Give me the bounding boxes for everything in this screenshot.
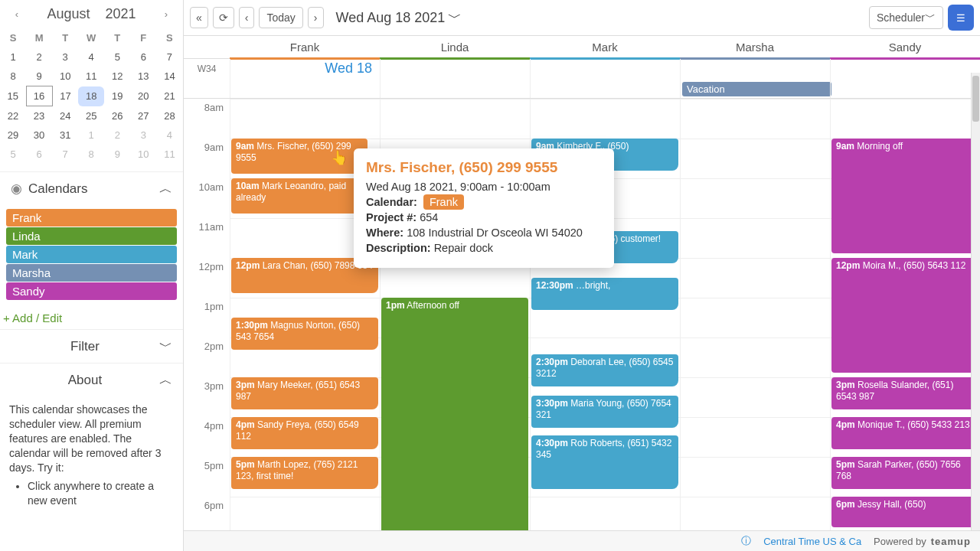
mini-day[interactable]: 3 [52, 47, 78, 67]
mini-dow: F [130, 28, 156, 47]
column-header[interactable]: Linda [380, 36, 530, 58]
event[interactable]: 6pm Jessy Hall, (650) [831, 497, 978, 527]
calendar-item[interactable]: Marsha [6, 264, 177, 282]
event[interactable]: 9am Morning off [831, 139, 978, 253]
timezone-link[interactable]: Central Time US & Ca [763, 536, 861, 547]
mini-day[interactable]: 7 [52, 145, 78, 164]
info-icon[interactable]: ⓘ [741, 534, 751, 548]
mini-day[interactable]: 12 [104, 67, 130, 86]
mini-day[interactable]: 18 [78, 86, 104, 106]
scroll-thumb[interactable] [972, 76, 979, 122]
brand-logo[interactable]: teamup [931, 536, 971, 547]
mini-day[interactable]: 10 [52, 67, 78, 86]
next-day-button[interactable]: › [308, 7, 324, 28]
mini-day[interactable]: 27 [130, 106, 156, 126]
mini-day[interactable]: 15 [0, 86, 26, 106]
view-label: Scheduler [877, 11, 925, 24]
rewind-button[interactable]: « [190, 7, 208, 28]
popover-cal-tag[interactable]: Frank [423, 194, 464, 210]
mini-day[interactable]: 29 [0, 126, 26, 145]
view-selector[interactable]: Scheduler ﹀ [869, 6, 943, 29]
mini-day[interactable]: 22 [0, 106, 26, 126]
menu-button[interactable]: ☰ [948, 5, 974, 31]
column-header[interactable]: Frank [230, 36, 380, 58]
mini-day[interactable]: 28 [156, 106, 182, 126]
mini-day[interactable]: 4 [78, 47, 104, 67]
mini-calendar[interactable]: SMTWTFS 12345678910111213141516171819202… [0, 28, 183, 164]
mini-day[interactable]: 9 [26, 67, 52, 86]
mini-day[interactable]: 7 [156, 47, 182, 67]
mini-day[interactable]: 14 [156, 67, 182, 86]
mini-day[interactable]: 11 [156, 145, 182, 164]
mini-day[interactable]: 19 [104, 86, 130, 106]
vertical-scrollbar[interactable] [971, 73, 980, 534]
mini-prev-month[interactable]: ‹ [9, 7, 24, 22]
mini-day[interactable]: 8 [0, 67, 26, 86]
mini-day[interactable]: 8 [78, 145, 104, 164]
event[interactable]: 9am Mrs. Fischer, (650) 299 9555 [231, 139, 368, 174]
column-header[interactable]: Sandy [830, 36, 980, 58]
mini-day[interactable]: 6 [130, 47, 156, 67]
mini-day[interactable]: 24 [52, 106, 78, 126]
calendar-item[interactable]: Sandy [6, 282, 177, 300]
mini-year: 2021 [106, 6, 136, 21]
mini-dow: T [52, 28, 78, 47]
event[interactable]: 2:30pm Deborah Lee, (650) 6545 3212 [531, 354, 678, 386]
column-header[interactable]: Mark [530, 36, 680, 58]
mini-next-month[interactable]: › [158, 7, 174, 22]
mini-day[interactable]: 2 [104, 126, 130, 145]
mini-day[interactable]: 20 [130, 86, 156, 106]
about-label: About [11, 373, 159, 388]
mini-day[interactable]: 4 [156, 126, 182, 145]
grid-body[interactable]: 8am9am10am11am12pm1pm2pm3pm4pm5pm6pm 9am… [184, 99, 980, 551]
mini-day[interactable]: 10 [130, 145, 156, 164]
mini-day[interactable]: 1 [0, 47, 26, 67]
mini-day[interactable]: 1 [78, 126, 104, 145]
mini-day[interactable]: 30 [26, 126, 52, 145]
mini-day[interactable]: 5 [104, 47, 130, 67]
mini-day[interactable]: 3 [130, 126, 156, 145]
popover-cal-label: Calendar: [366, 196, 417, 208]
about-section-head[interactable]: About ︿ [0, 363, 183, 396]
mini-day[interactable]: 21 [156, 86, 182, 106]
prev-day-button[interactable]: ‹ [239, 7, 255, 28]
today-button[interactable]: Today [259, 7, 302, 28]
event[interactable]: 3pm Mary Meeker, (651) 6543 987 [231, 377, 378, 409]
popover-when: Wed Aug 18 2021, 9:00am - 10:00am [366, 181, 602, 193]
mini-day[interactable]: 16 [26, 86, 52, 106]
add-edit-calendars[interactable]: + Add / Edit [0, 307, 183, 329]
event[interactable]: 1pm Afternoon off [381, 298, 528, 536]
event[interactable]: 4pm Sandy Freya, (650) 6549 112 [231, 417, 378, 449]
mini-day[interactable]: 23 [26, 106, 52, 126]
mini-day[interactable]: 9 [104, 145, 130, 164]
calendar-item[interactable]: Frank [6, 209, 177, 227]
mini-day[interactable]: 17 [52, 86, 78, 106]
calendar-item[interactable]: Mark [6, 246, 177, 263]
visibility-icon[interactable]: ◉ [11, 181, 22, 196]
event[interactable]: 1:30pm Magnus Norton, (650) 543 7654 [231, 318, 378, 350]
event[interactable]: 4pm Monique T., (650) 5433 213 [831, 417, 978, 449]
filter-section-head[interactable]: Filter ﹀ [0, 329, 183, 363]
mini-day[interactable]: 11 [78, 67, 104, 86]
mini-day[interactable]: 5 [0, 145, 26, 164]
calendar-item[interactable]: Linda [6, 227, 177, 245]
event[interactable]: 5pm Marth Lopez, (765) 2121 123, first t… [231, 457, 378, 489]
allday-event[interactable]: Vacation [682, 82, 831, 96]
event[interactable]: 3pm Rosella Sulander, (651) 6543 987 [831, 377, 978, 409]
event[interactable]: 12:30pm …bright, [531, 278, 678, 310]
mini-day[interactable]: 25 [78, 106, 104, 126]
mini-day[interactable]: 26 [104, 106, 130, 126]
calendars-section-head[interactable]: ◉Calendars ︿ [0, 171, 183, 205]
event[interactable]: 5pm Sarah Parker, (650) 7656 768 [831, 457, 978, 489]
mini-day[interactable]: 6 [26, 145, 52, 164]
column-header[interactable]: Marsha [680, 36, 830, 58]
date-picker[interactable]: Wed Aug 18 2021 ﹀ [336, 8, 462, 27]
mini-day[interactable]: 31 [52, 126, 78, 145]
refresh-button[interactable]: ⟳ [213, 7, 234, 28]
mini-day[interactable]: 13 [130, 67, 156, 86]
event[interactable]: 3:30pm Maria Young, (650) 7654 321 [531, 396, 678, 428]
event[interactable]: 12pm Moira M., (650) 5643 112 [831, 258, 978, 373]
mini-day[interactable]: 2 [26, 47, 52, 67]
event[interactable]: 4:30pm Rob Roberts, (651) 5432 345 [531, 435, 678, 489]
chevron-down-icon: ﹀ [159, 337, 172, 355]
